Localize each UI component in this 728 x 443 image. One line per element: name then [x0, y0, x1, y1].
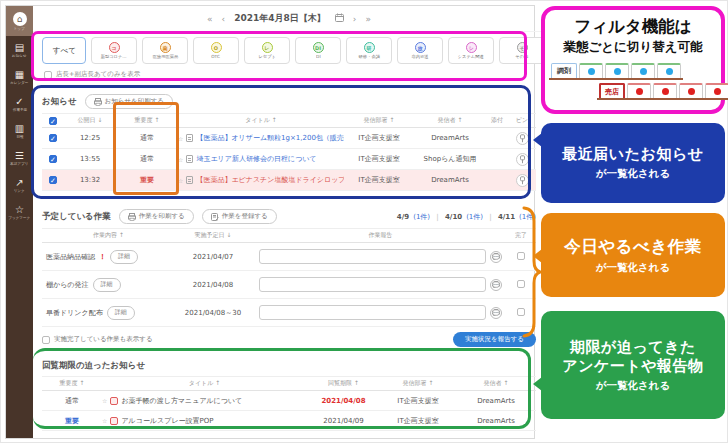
home-icon: ⌂	[13, 12, 27, 26]
register-icon	[211, 213, 219, 221]
notebook-icon: ▥	[15, 123, 24, 134]
select-all-checkbox[interactable]: ✓	[49, 117, 57, 125]
importance-badge: 通常	[42, 396, 102, 406]
filter-tab-all[interactable]: すべて	[42, 37, 86, 64]
print-notices-label: お知らせを印刷する	[105, 97, 164, 106]
filter-tab-instore[interactable]: 放店内放送	[397, 37, 443, 64]
col-title[interactable]: タイトル ↑	[178, 116, 344, 125]
filter-tab-system[interactable]: シシステム関連	[448, 37, 494, 64]
upcoming-count-link[interactable]: (1件)	[466, 212, 483, 222]
task-report-input[interactable]	[259, 277, 486, 292]
megaphone-icon: ☆	[178, 177, 183, 184]
filter-tab-training[interactable]: 研研修・会議	[346, 37, 392, 64]
filter-note: フィルタ機能は 業態ごとに切り替え可能 調剤 売店	[541, 6, 725, 114]
task-name: 医薬品納品確認	[46, 252, 95, 262]
task-detail-button[interactable]: 詳細	[107, 306, 135, 320]
sidebar-item-report[interactable]: ▥ 日報	[6, 117, 33, 144]
sidebar-item-hq-apps[interactable]: ☰ 本部アプリ	[6, 144, 33, 171]
tasks-table-header: 作業内容 ↑ 実施予定日 ↓ 作業報告 完了	[42, 228, 536, 243]
circulation-row: 重要 ☆アルコールスプレー設置POP 2021/04/09 IT企画支援室 Dr…	[42, 411, 536, 431]
filter-tab-label: OTC	[212, 54, 221, 59]
filter-tab-label: DI	[316, 54, 321, 59]
circulation-sender: DreamArts	[456, 397, 536, 405]
row-checkbox[interactable]: ✓	[49, 134, 57, 142]
col-dept[interactable]: 発信部署 ↑	[380, 379, 456, 388]
circulation-title-link[interactable]: アルコールスプレー設置POP	[121, 416, 213, 426]
red-dot-icon	[714, 88, 721, 95]
next-day-button[interactable]: ›	[353, 14, 357, 24]
notices-note-line2: が一覧化される	[541, 167, 725, 181]
circulation-note: 期限が迫ってきた アンケートや報告物 が一覧化される	[541, 311, 725, 419]
notices-note: 最近届いたお知らせ が一覧化される	[541, 123, 725, 203]
print-tasks-label: 作業を印刷する	[139, 212, 185, 221]
filter-tab-di[interactable]: DIDI	[295, 37, 341, 64]
filter-tab-covid[interactable]: コ新型コロナ…	[91, 37, 137, 64]
first-day-button[interactable]: «	[207, 14, 213, 24]
note-tail	[533, 133, 542, 147]
sidebar-item-bookmarks[interactable]: ☆ ブックマーク	[6, 198, 33, 225]
sidebar-item-label: リンク	[14, 188, 25, 193]
filter-tab-otc[interactable]: OOTC	[193, 37, 239, 64]
col-task-date[interactable]: 実施予定日 ↓	[171, 231, 255, 240]
calendar-picker-icon[interactable]	[335, 13, 344, 24]
megaphone-icon: ☆	[178, 135, 183, 142]
document-icon	[186, 176, 193, 184]
upcoming-count-link[interactable]: (1件)	[413, 212, 430, 222]
last-day-button[interactable]: »	[365, 14, 371, 24]
upcoming-task-counts: 4/9(1件) ｜ 4/10(1件) ｜ 4/11(1件)	[397, 212, 536, 222]
note-tail	[533, 249, 542, 263]
filter-tab-other[interactable]: そその他	[499, 37, 545, 64]
col-importance[interactable]: 重要度 ↑	[42, 379, 102, 388]
pin-icon[interactable]	[516, 132, 529, 145]
filter-tab-label: レセプト	[258, 54, 276, 59]
notices-table-header: ✓ 公開日 ↓ 重要度 ↑ タイトル ↑ 発信部署 ↑ 発信者 ↑ 添付 ピン	[42, 113, 536, 128]
comment-icon[interactable]: 💬	[490, 251, 502, 263]
pin-icon[interactable]	[516, 174, 529, 187]
register-task-button[interactable]: 作業を登録する	[202, 209, 277, 224]
sidebar-item-calendar[interactable]: ▦ カレンダー	[6, 63, 33, 90]
importance-badge: 通常	[116, 133, 178, 143]
row-checkbox[interactable]: ✓	[49, 155, 57, 163]
notice-dept: IT企画支援室	[344, 154, 414, 164]
mini-tab	[631, 63, 655, 78]
filter-tab-recept[interactable]: レレセプト	[244, 37, 290, 64]
row-checkbox[interactable]: ✓	[49, 176, 57, 184]
col-title[interactable]: タイトル ↑	[102, 379, 307, 388]
sidebar-item-label: 日報	[16, 134, 23, 139]
filter-tab-label: 店内放送	[411, 54, 428, 59]
col-publish-date[interactable]: 公開日 ↓	[64, 116, 116, 125]
importance-badge: 重要	[42, 416, 102, 426]
col-sender[interactable]: 発信者 ↑	[414, 116, 486, 125]
print-tasks-button[interactable]: 作業を印刷する	[119, 209, 194, 224]
col-due[interactable]: 回覧期限 ↑	[307, 379, 380, 388]
pin-icon[interactable]	[516, 153, 529, 166]
filter-tab-rx-drugs[interactable]: 薬医療用医薬品	[142, 37, 188, 64]
comment-icon[interactable]: 💬	[490, 307, 502, 319]
task-report-input[interactable]	[259, 249, 486, 264]
comment-icon[interactable]: 💬	[490, 279, 502, 291]
col-importance[interactable]: 重要度 ↑	[116, 116, 178, 125]
filter-tab-label: 医療用医薬品	[152, 54, 178, 59]
col-task-name[interactable]: 作業内容 ↑	[42, 231, 171, 240]
mini-tab	[705, 83, 728, 98]
manager-only-checkbox[interactable]	[44, 71, 52, 79]
task-detail-button[interactable]: 詳細	[93, 278, 121, 292]
col-sender[interactable]: 発信者 ↑	[456, 379, 536, 388]
sidebar-item-top[interactable]: ⌂ トップ	[6, 6, 33, 36]
prev-day-button[interactable]: ‹	[222, 14, 226, 24]
print-notices-button[interactable]: お知らせを印刷する	[85, 94, 173, 109]
notice-title-link[interactable]: 埼玉エリア新人研修会の日程について	[196, 154, 316, 164]
show-completed-checkbox[interactable]	[42, 336, 50, 344]
sidebar-item-tasks[interactable]: ✓ 作業予定	[6, 90, 33, 117]
circulation-title-link[interactable]: お薬手帳の渡し方マニュアルについて	[121, 396, 242, 406]
sidebar-item-notices[interactable]: ▤ お知らせ	[6, 36, 33, 63]
notice-title-link[interactable]: 【医薬品】オリザーム顆粒1g×1,200包（販売中止）	[196, 133, 344, 143]
col-task-report: 作業報告	[255, 231, 506, 240]
col-dept[interactable]: 発信部署 ↑	[344, 116, 414, 125]
task-report-input[interactable]	[259, 305, 486, 320]
star-icon: ☆	[15, 204, 24, 215]
task-detail-button[interactable]: 詳細	[110, 250, 138, 264]
sidebar-item-links[interactable]: ↗ リンク	[6, 171, 33, 198]
separator: ｜	[434, 212, 441, 222]
notice-title-link[interactable]: 【医薬品】エピナスチン塩酸塩ドライシロップ製剤 自主回収	[196, 175, 344, 185]
